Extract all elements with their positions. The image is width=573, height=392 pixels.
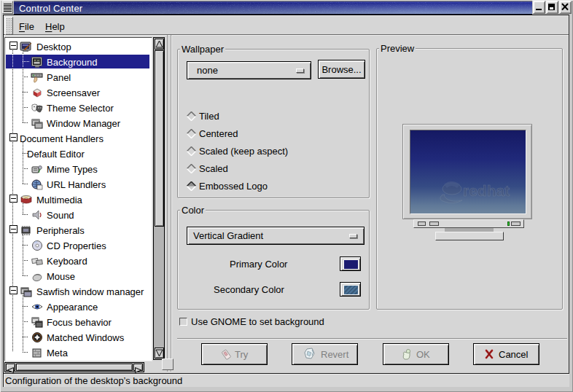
svg-text:redhat: redhat bbox=[463, 182, 510, 199]
